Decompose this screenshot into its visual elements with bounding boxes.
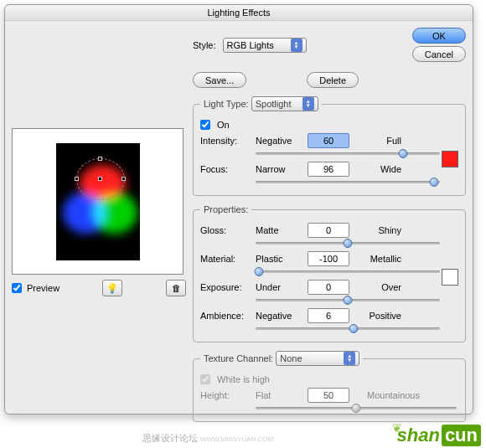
- properties-label: Properties:: [200, 204, 251, 214]
- lighting-effects-dialog: Lighting Effects Preview 💡 🗑: [4, 4, 473, 415]
- save-button[interactable]: Save...: [193, 72, 246, 88]
- properties-group: Properties: Gloss:MatteShiny Material:Pl…: [193, 204, 466, 342]
- trash-icon: 🗑: [172, 283, 181, 293]
- leaf-icon: ❦: [392, 421, 402, 435]
- light-type-select[interactable]: Spotlight ▲▼: [251, 96, 318, 111]
- exposure-slider[interactable]: [256, 295, 440, 305]
- ambience-label: Ambience:: [200, 311, 249, 321]
- texture-channel-value: None: [280, 353, 302, 363]
- focus-input[interactable]: [308, 162, 349, 177]
- exposure-label: Exposure:: [200, 282, 249, 292]
- intensity-label: Intensity:: [200, 136, 249, 146]
- intensity-input[interactable]: [308, 133, 349, 148]
- focus-slider[interactable]: [256, 177, 440, 187]
- ambience-input[interactable]: [308, 308, 349, 323]
- chevron-updown-icon: ▲▼: [302, 97, 314, 111]
- height-input: [308, 388, 349, 403]
- new-light-button[interactable]: 💡: [102, 280, 122, 296]
- texture-channel-label: Texture Channel:: [204, 353, 273, 363]
- delete-light-button[interactable]: 🗑: [166, 280, 186, 296]
- ambience-slider[interactable]: [256, 323, 440, 333]
- bulb-icon: 💡: [106, 283, 118, 294]
- preview-area[interactable]: [12, 128, 184, 275]
- style-value: RGB Lights: [227, 40, 274, 50]
- on-label: On: [217, 120, 230, 130]
- gloss-input[interactable]: [308, 223, 349, 238]
- delete-button[interactable]: Delete: [307, 72, 359, 88]
- exposure-input[interactable]: [308, 280, 349, 295]
- dialog-title: Lighting Effects: [5, 5, 473, 21]
- light-type-group: Light Type: Spotlight ▲▼ On Intensity: N…: [193, 96, 466, 196]
- focus-label: Focus:: [200, 164, 249, 174]
- height-slider: [256, 403, 457, 413]
- material-slider[interactable]: [256, 266, 440, 276]
- on-checkbox[interactable]: [200, 120, 210, 130]
- texture-group: Texture Channel: None ▲▼ White is high H…: [193, 351, 466, 422]
- chevron-updown-icon: ▲▼: [344, 352, 355, 365]
- preview-label: Preview: [27, 283, 59, 293]
- material-input[interactable]: [308, 251, 349, 266]
- style-label: Style:: [193, 40, 216, 50]
- white-high-label: White is high: [217, 374, 270, 384]
- style-select[interactable]: RGB Lights ▲▼: [223, 38, 307, 53]
- chevron-updown-icon: ▲▼: [291, 39, 302, 52]
- light-color-swatch[interactable]: [442, 151, 458, 167]
- light-type-label: Light Type:: [204, 99, 249, 109]
- height-label: Height:: [200, 390, 249, 400]
- footer-brand: ❦ shancun: [385, 425, 481, 446]
- white-high-checkbox: [200, 374, 210, 384]
- intensity-slider[interactable]: [256, 148, 440, 158]
- preview-checkbox[interactable]: [12, 283, 22, 293]
- footer-credit: 思缘设计论坛 WWW.MISSYUAN.COM: [142, 432, 273, 445]
- gloss-label: Gloss:: [200, 225, 249, 235]
- material-label: Material:: [200, 254, 249, 264]
- ambient-color-swatch[interactable]: [442, 269, 458, 286]
- preview-canvas[interactable]: [56, 143, 140, 260]
- light-type-value: Spotlight: [256, 99, 292, 109]
- gloss-slider[interactable]: [256, 238, 440, 248]
- texture-channel-select[interactable]: None ▲▼: [276, 351, 359, 366]
- cancel-button[interactable]: Cancel: [412, 46, 466, 62]
- ok-button[interactable]: OK: [412, 28, 466, 44]
